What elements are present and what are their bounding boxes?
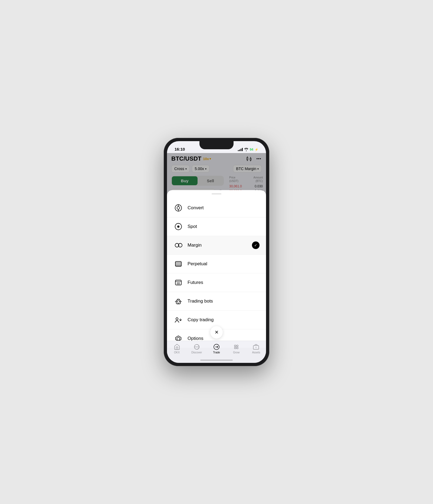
svg-rect-21 [175,280,181,285]
check-mark-icon: ✓ [254,243,257,247]
convert-label: Convert [188,205,204,211]
phone-screen: 16:10 94 ⚡ [167,141,266,363]
tab-item-okx[interactable]: OKX [167,343,187,354]
svg-point-36 [237,345,238,347]
notch [199,141,234,149]
perpetual-icon [173,259,183,269]
assets-tab-label: Assets [252,351,260,354]
battery-symbol: ⚡ [255,148,258,151]
trading-bots-icon [173,296,183,306]
close-button[interactable]: ✕ [210,326,223,339]
okx-tab-label: OKX [174,351,180,354]
tab-item-assets[interactable]: Assets [246,343,266,354]
tab-item-grow[interactable]: Grow [227,343,246,354]
home-indicator [200,360,233,361]
discover-tab-icon [193,344,200,350]
main-content: BTC/USDT 10x ▾ [167,153,266,363]
svg-point-27 [177,301,178,302]
margin-icon [173,240,183,250]
battery-percent: 94 [250,148,253,151]
margin-label: Margin [188,243,202,248]
svg-point-28 [179,301,180,302]
svg-point-31 [176,318,178,320]
signal-bars-icon [238,148,243,151]
menu-item-trading-bots[interactable]: Trading bots [167,292,266,310]
menu-item-convert[interactable]: Convert [167,199,266,217]
close-icon: ✕ [215,329,219,335]
svg-rect-26 [177,299,179,300]
tab-item-trade[interactable]: Trade [206,343,226,354]
futures-label: Futures [188,280,203,285]
svg-point-38 [237,347,238,349]
grow-tab-icon [233,344,240,350]
menu-item-margin[interactable]: Margin ✓ [167,236,266,254]
svg-point-14 [177,226,179,228]
svg-point-10 [177,207,180,209]
trading-bots-label: Trading bots [188,299,213,304]
menu-item-spot[interactable]: Spot [167,217,266,236]
sheet-handle [212,193,221,194]
status-time: 16:10 [175,147,185,151]
menu-item-futures[interactable]: Futures [167,273,266,292]
discover-tab-label: Discover [191,351,202,354]
active-check-badge: ✓ [252,241,260,249]
copy-trading-label: Copy trading [188,317,214,323]
okx-tab-icon [174,344,180,350]
grow-tab-label: Grow [233,351,240,354]
copy-trading-icon [173,315,183,325]
trade-tab-label: Trade [213,351,220,354]
futures-icon [173,278,183,287]
options-label: Options [188,336,204,341]
perpetual-label: Perpetual [188,261,207,267]
wifi-icon [244,148,248,151]
spot-label: Spot [188,224,197,229]
convert-icon [173,203,183,213]
status-icons: 94 ⚡ [238,148,258,151]
spot-icon [173,222,183,231]
trading-type-sheet: Convert Spot [167,190,266,348]
menu-item-perpetual[interactable]: Perpetual [167,255,266,273]
svg-point-35 [234,345,236,347]
assets-tab-icon [253,344,259,350]
phone-device: 16:10 94 ⚡ [164,138,269,366]
tab-item-discover[interactable]: Discover [187,343,206,354]
svg-point-37 [234,347,236,349]
trade-tab-icon [213,344,220,350]
